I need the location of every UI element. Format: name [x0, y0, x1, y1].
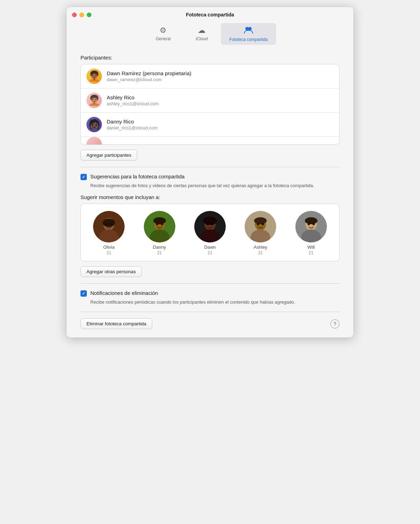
tab-shared[interactable]: Fototeca compartida [221, 23, 276, 45]
svg-point-7 [110, 223, 112, 225]
person-count-will: 21 [309, 250, 313, 255]
svg-point-5 [103, 219, 115, 227]
notifications-checkbox-desc: Recibe notificaciones periódicas cuando … [90, 299, 340, 306]
divider-1 [80, 167, 340, 167]
person-name-ashley: Ashley [254, 245, 267, 250]
tab-icloud[interactable]: ☁ iCloud [182, 23, 221, 45]
participant-name-dawn: Dawn Ramirez (persona propietaria) [107, 70, 191, 76]
participant-email-ashley: ashley_rico1@icloud.com [107, 101, 159, 106]
svg-point-13 [161, 223, 163, 225]
add-participants-button[interactable]: Agregar participantes [80, 150, 137, 161]
notifications-checkbox-row: ✓ Notificaciones de eliminación [80, 290, 340, 297]
person-photo-dawn [194, 211, 226, 242]
svg-point-24 [257, 223, 259, 225]
svg-point-1 [248, 27, 252, 30]
svg-point-29 [305, 217, 317, 224]
titlebar: Fototeca compartida [66, 7, 354, 20]
suggestions-checkbox-row: ✓ Sugerencias para la fototeca compartid… [80, 174, 340, 180]
maximize-button[interactable] [87, 13, 91, 17]
check-icon: ✓ [82, 175, 85, 179]
toolbar: ⚙ General ☁ iCloud Fototeca compartida [66, 20, 354, 49]
participants-list: 🧑🏾‍🦱 Dawn Ramirez (persona propietaria) … [80, 64, 340, 145]
participant-info-danny: Danny Rico daniel_rico1@icloud.com [107, 119, 158, 130]
avatar-dawn: 🧑🏾‍🦱 [86, 69, 102, 84]
check-icon-2: ✓ [82, 291, 85, 296]
bottom-section: Eliminar fototeca compartida ? [80, 318, 340, 329]
close-button[interactable] [72, 13, 77, 17]
svg-point-17 [203, 217, 217, 225]
participant-info-dawn: Dawn Ramirez (persona propietaria) dawn_… [107, 70, 191, 82]
cloud-icon: ☁ [198, 26, 205, 35]
participant-row-ashley: 🧑🏽‍🦱 Ashley Rico ashley_rico1@icloud.com [81, 88, 339, 113]
avatar-ashley: 🧑🏽‍🦱 [86, 93, 102, 108]
person-item-dawn[interactable]: Dawn 21 [194, 211, 226, 255]
minimize-button[interactable] [79, 13, 84, 17]
person-photo-olivia [93, 211, 125, 242]
person-count-dawn: 21 [208, 250, 212, 255]
participant-row-partial [81, 137, 339, 144]
add-other-people-button[interactable]: Agregar otras personas [80, 266, 142, 277]
notifications-checkbox[interactable]: ✓ [80, 290, 87, 297]
divider-2 [80, 283, 340, 284]
people-grid: Olivia 21 [86, 211, 334, 255]
svg-point-30 [308, 223, 310, 225]
participant-row-danny: 🧑🏿 Danny Rico daniel_rico1@icloud.com [81, 113, 339, 137]
gear-icon: ⚙ [160, 26, 167, 35]
tab-general[interactable]: ⚙ General [144, 23, 182, 45]
svg-point-23 [254, 217, 267, 224]
svg-point-6 [105, 223, 107, 225]
person-count-ashley: 21 [258, 250, 263, 255]
person-count-danny: 21 [157, 250, 162, 255]
participant-email-danny: daniel_rico1@icloud.com [107, 125, 158, 130]
participants-label: Participantes: [80, 55, 340, 61]
participant-name-ashley: Ashley Rico [107, 94, 159, 100]
suggest-moments-label: Sugerir momentos que incluyan a: [80, 194, 340, 200]
traffic-lights [72, 13, 91, 17]
person-name-will: Will [307, 245, 315, 250]
suggestions-checkbox[interactable]: ✓ [80, 174, 87, 180]
tab-shared-label: Fototeca compartida [229, 37, 267, 42]
main-window: Fototeca compartida ⚙ General ☁ iCloud F… [66, 7, 354, 338]
person-name-dawn: Dawn [204, 245, 216, 250]
person-name-olivia: Olivia [103, 245, 115, 250]
svg-point-31 [313, 223, 315, 225]
tab-general-label: General [156, 36, 171, 41]
tab-icloud-label: iCloud [196, 36, 208, 41]
person-count-olivia: 21 [107, 250, 111, 255]
participant-row-dawn: 🧑🏾‍🦱 Dawn Ramirez (persona propietaria) … [81, 64, 339, 88]
delete-library-button[interactable]: Eliminar fototeca compartida [80, 318, 152, 329]
main-content: Participantes: 🧑🏾‍🦱 Dawn Ramirez (person… [66, 49, 354, 338]
person-item-danny[interactable]: Danny 21 [144, 211, 175, 255]
window-title: Fototeca compartida [72, 12, 348, 17]
shared-library-icon [244, 26, 253, 36]
suggestions-checkbox-desc: Recibe sugerencias de fotos y videos de … [90, 182, 340, 189]
person-photo-will [295, 211, 327, 242]
person-item-will[interactable]: Will 21 [295, 211, 327, 255]
person-item-ashley[interactable]: Ashley 21 [245, 211, 276, 255]
suggestions-section: ✓ Sugerencias para la fototeca compartid… [80, 174, 340, 277]
svg-point-12 [156, 223, 158, 225]
person-photo-danny [144, 211, 175, 242]
participant-name-danny: Danny Rico [107, 119, 158, 125]
notifications-section: ✓ Notificaciones de eliminación Recibe n… [80, 290, 340, 306]
svg-point-18 [206, 223, 209, 225]
person-item-olivia[interactable]: Olivia 21 [93, 211, 125, 255]
divider-3 [80, 312, 340, 312]
avatar-danny: 🧑🏿 [86, 117, 102, 132]
svg-point-11 [153, 217, 166, 224]
notifications-checkbox-label: Notificaciones de eliminación [90, 290, 158, 296]
person-photo-ashley [245, 211, 276, 242]
suggestions-checkbox-label: Sugerencias para la fototeca compartida [90, 174, 184, 179]
svg-point-25 [262, 223, 264, 225]
participant-info-ashley: Ashley Rico ashley_rico1@icloud.com [107, 94, 159, 106]
help-button[interactable]: ? [330, 319, 340, 328]
participant-email-dawn: dawn_ramirez@icloud.com [107, 77, 191, 82]
avatar-partial [86, 137, 102, 144]
person-name-danny: Danny [153, 245, 166, 250]
svg-point-19 [211, 223, 214, 225]
people-grid-container: Olivia 21 [80, 204, 340, 261]
